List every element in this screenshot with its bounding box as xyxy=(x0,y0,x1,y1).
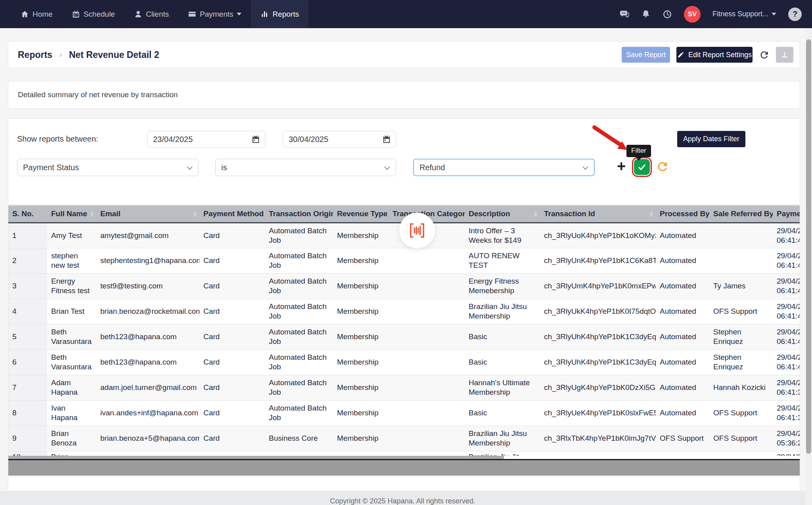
calendar-icon[interactable] xyxy=(251,135,260,144)
cell: adam.joel.turner@gmail.com xyxy=(96,375,199,400)
filter-tooltip: Filter xyxy=(626,145,651,157)
date-to-input[interactable] xyxy=(289,135,382,144)
filter-operator-select[interactable]: is xyxy=(215,159,396,176)
chevron-down-icon xyxy=(237,13,241,15)
horizontal-scrollbar-thumb[interactable] xyxy=(8,456,504,459)
nav-item-payments[interactable]: Payments xyxy=(178,0,251,28)
filter-value: Refund xyxy=(419,163,445,172)
cell: Membership xyxy=(333,426,389,451)
nav-item-clients[interactable]: Clients xyxy=(124,0,178,28)
date-to-field[interactable] xyxy=(283,131,396,148)
cell: 1 xyxy=(8,223,47,248)
date-from-input[interactable] xyxy=(153,135,251,144)
user-avatar[interactable]: SV xyxy=(684,6,701,23)
cell: OFS Support xyxy=(656,426,709,451)
horizontal-scrollbar-track[interactable] xyxy=(8,460,800,476)
apply-dates-filter-button[interactable]: Apply Dates Filter xyxy=(677,131,745,147)
filter-value-select[interactable]: Refund xyxy=(413,159,595,176)
sort-icon[interactable] xyxy=(193,211,199,217)
cell: Brazilian Jiu Jitsu Membership xyxy=(465,299,540,324)
vertical-scrollbar[interactable] xyxy=(805,28,812,505)
column-header-transaction-id[interactable]: Transaction Id xyxy=(540,205,656,223)
cell: ivan.andes+inf@hapana.com xyxy=(96,400,199,426)
cell: Intro Offer – 3 Weeks for $149 xyxy=(465,223,540,248)
cell: Automated xyxy=(656,324,709,349)
notifications-bell-icon[interactable] xyxy=(641,10,651,19)
nav-menu: HomeScheduleClientsPaymentsReports xyxy=(0,0,308,28)
cell xyxy=(389,299,465,324)
calendar-icon[interactable] xyxy=(382,135,391,144)
cell: OFS Support xyxy=(709,400,773,426)
cell: Membership xyxy=(333,375,389,400)
nav-item-home[interactable]: Home xyxy=(11,0,62,28)
cell: Stephen Enriquez xyxy=(709,349,773,375)
cell: ch_3RlxTbK4hpYeP1bK0imJg7tV xyxy=(540,426,656,451)
sort-icon[interactable] xyxy=(90,211,96,217)
nav-right-tools: SV Fitness Support... ? xyxy=(620,0,812,28)
add-filter-button[interactable]: + xyxy=(617,157,626,175)
cell: 29/04/2 06:41:46 xyxy=(773,248,800,273)
breadcrumb-reports-link[interactable]: Reports xyxy=(18,50,52,60)
cell: 7 xyxy=(8,375,47,400)
column-header-sale-referred-by[interactable]: Sale Referred By xyxy=(709,205,773,223)
cell: 29/04/2 05:36:2 xyxy=(773,426,800,451)
clock-icon[interactable] xyxy=(663,10,672,19)
cell xyxy=(389,273,465,299)
chat-icon[interactable] xyxy=(620,10,629,19)
nav-item-schedule[interactable]: Schedule xyxy=(62,0,124,28)
apply-filter-button[interactable] xyxy=(634,159,650,175)
cell: Automated xyxy=(656,299,709,324)
show-reports-between-label: Show reports between: xyxy=(17,134,98,144)
nav-item-reports[interactable]: Reports xyxy=(251,0,308,28)
cell: Brian Test xyxy=(47,299,96,324)
breadcrumb-separator: › xyxy=(59,51,62,59)
cell: 29/04/2 06:41:46 xyxy=(773,324,800,349)
filter-field-value: Payment Status xyxy=(23,163,79,172)
loading-spinner xyxy=(399,213,435,248)
user-menu[interactable]: Fitness Support... xyxy=(712,10,776,18)
sort-icon[interactable] xyxy=(534,211,539,217)
cell xyxy=(389,349,465,375)
column-header-email[interactable]: Email xyxy=(96,205,199,223)
table-row: 5Beth Varasuntarabeth123@hapana.comCardA… xyxy=(8,324,800,349)
column-header-revenue-type[interactable]: Revenue Type xyxy=(333,205,389,223)
sort-icon[interactable] xyxy=(387,211,389,217)
cell: Brazilian Jiu Jitsu Membership xyxy=(465,426,540,451)
edit-report-settings-button[interactable]: Edit Report Settings xyxy=(676,47,753,63)
column-header-transaction-origin[interactable]: Transaction Origin xyxy=(265,205,333,223)
vertical-scrollbar-thumb[interactable] xyxy=(806,39,811,454)
page-title: Net Revenue Detail 2 xyxy=(69,50,159,60)
cell: 6 xyxy=(8,349,47,375)
column-header-description[interactable]: Description xyxy=(465,205,540,223)
column-header-full-name[interactable]: Full Name xyxy=(47,205,96,223)
table-row: 2stephen new teststephentesting1@hapana.… xyxy=(8,248,800,273)
cell: Stephen Enriquez xyxy=(709,324,773,349)
download-report-button[interactable] xyxy=(776,47,793,63)
help-icon[interactable]: ? xyxy=(788,8,802,21)
date-from-field[interactable] xyxy=(147,131,265,148)
reset-filter-icon[interactable] xyxy=(656,160,669,175)
cell xyxy=(389,248,465,273)
chevron-down-icon xyxy=(384,163,390,172)
column-header-processed-by[interactable]: Processed By xyxy=(656,205,709,223)
check-icon xyxy=(637,162,647,172)
cell: ch_3RlyUoK4hpYeP1bK1oKOMy2Q xyxy=(540,223,656,248)
top-nav: HomeScheduleClientsPaymentsReports SV Fi… xyxy=(0,0,812,28)
horizontal-scrollbar[interactable] xyxy=(8,456,800,491)
nav-item-label: Reports xyxy=(272,10,299,19)
user-name-label: Fitness Support... xyxy=(712,10,768,18)
sort-icon[interactable] xyxy=(264,211,265,217)
table-row: 4Brian Testbrian.benoza@rocketmail.comCa… xyxy=(8,299,800,324)
cell: Basic xyxy=(465,349,540,375)
page-footer: Copyright © 2025 Hapana. All rights rese… xyxy=(0,491,805,505)
cell: Amy Test xyxy=(47,223,96,248)
chevron-down-icon xyxy=(582,163,588,172)
sort-icon[interactable] xyxy=(649,211,655,217)
save-report-button[interactable]: Save Report xyxy=(622,47,670,63)
filter-field-select[interactable]: Payment Status xyxy=(17,159,199,176)
refresh-report-icon[interactable] xyxy=(759,50,770,60)
cell: Basic xyxy=(465,324,540,349)
column-header-payment-method[interactable]: Payment Method xyxy=(199,205,265,223)
table-row: 8Ivan Hapanaivan.andes+inf@hapana.comCar… xyxy=(8,400,800,426)
cell xyxy=(709,223,773,248)
